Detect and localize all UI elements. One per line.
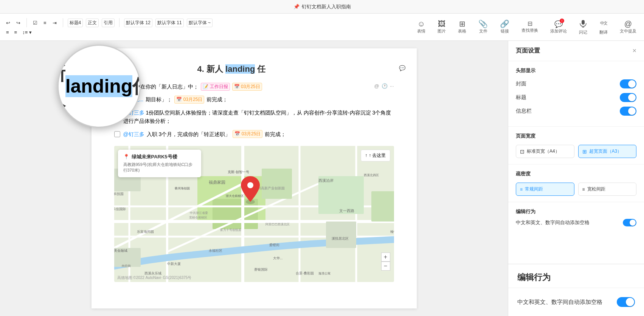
link-label: 链接 bbox=[501, 28, 509, 34]
svg-text:福鼎家园: 福鼎家园 bbox=[209, 180, 225, 184]
zoom-in-button[interactable]: + bbox=[381, 252, 390, 262]
panel-edit-behavior-toggle[interactable] bbox=[623, 219, 636, 226]
svg-text:文一西路: 文一西路 bbox=[339, 209, 354, 213]
edit-behavior-toggle[interactable] bbox=[617, 297, 635, 307]
toolbar-table[interactable]: ⊞ 表格 bbox=[455, 19, 469, 36]
document-title: 钉钉文档新人入职指南 bbox=[302, 3, 351, 10]
mic-label: 闪记 bbox=[579, 29, 587, 35]
wide-spacing-option[interactable]: ≡ 宽松间距 bbox=[578, 183, 637, 196]
navigate-label: ↑ 去这里 bbox=[369, 152, 386, 159]
checkbox-button[interactable]: ☑ bbox=[31, 19, 39, 26]
undo-button[interactable]: ↩ bbox=[5, 19, 12, 26]
map-copyright: 高德地图 ©2022 AutoNavi· GS(2021)6375号 bbox=[117, 275, 192, 280]
toolbar-translate[interactable]: 中 文 翻译 bbox=[596, 18, 611, 37]
toolbar-mic[interactable]: 闪记 bbox=[576, 18, 590, 37]
head-display-section: 头部显示 封面 标题 信息栏 bbox=[508, 61, 644, 127]
toolbar-file[interactable]: 📎 文件 bbox=[475, 19, 491, 36]
text-style-selector[interactable]: 正文 bbox=[86, 19, 99, 27]
svg-rect-22 bbox=[326, 222, 356, 248]
svg-text:克斯·创智一号: 克斯·创智一号 bbox=[228, 170, 249, 174]
standard-width-option[interactable]: ⊡ 标准页宽（A4） bbox=[516, 145, 574, 158]
redo-button[interactable]: ↪ bbox=[15, 19, 22, 26]
cover-toggle[interactable] bbox=[620, 79, 636, 88]
toolbar-image[interactable]: 🖼 图片 bbox=[435, 19, 449, 36]
svg-text:爱橙街: 爱橙街 bbox=[269, 243, 279, 247]
toolbar-add-comment[interactable]: 💬 ! 添加评论 bbox=[547, 19, 570, 36]
line-spacing-button[interactable]: ↕≡ ▾ bbox=[21, 29, 33, 36]
file-icon: 📎 bbox=[478, 20, 488, 28]
font-size-1[interactable]: 默认字体 12 bbox=[124, 19, 152, 27]
edit-behavior-popup-title: 编辑行为 bbox=[508, 264, 644, 288]
standard-width-label: 标准页宽（A4） bbox=[527, 148, 560, 155]
toolbar-separator-3 bbox=[119, 18, 119, 27]
infobar-toggle[interactable] bbox=[620, 107, 636, 116]
wide-width-label: 超宽页面（A3） bbox=[589, 148, 622, 155]
section-comment-icon[interactable]: 💬 bbox=[399, 65, 405, 71]
wide-spacing-icon: ≡ bbox=[582, 187, 585, 192]
document-page: 新人 landing 任 4. 新人 landing 任 💬 @钉... 在你的… bbox=[92, 48, 417, 308]
magnifier-overlay: 新人 landing 任 bbox=[57, 45, 141, 128]
svg-text:恒生科技园: 恒生科技园 bbox=[114, 192, 124, 196]
font-size-2[interactable]: 默认字体 11 bbox=[155, 19, 184, 27]
toolbar-find-replace[interactable]: ⊟ 查找替换 bbox=[518, 19, 541, 35]
todo-list: @钉... 在你的「新人日志」中； 📝 工作日报 📅 03月25日 @ 🕐 ··… bbox=[114, 82, 394, 138]
right-panel: 页面设置 × 头部显示 封面 标题 信息栏 bbox=[508, 41, 644, 316]
strikethrough-button[interactable]: ≡ bbox=[42, 19, 48, 26]
link-icon: 🔗 bbox=[500, 20, 509, 28]
svg-text:大华...: 大华... bbox=[273, 256, 283, 260]
emoji-icon: ☺ bbox=[417, 20, 425, 28]
indent-right-button[interactable]: ⇥ bbox=[51, 19, 58, 26]
svg-text:西溪泊岸: 西溪泊岸 bbox=[318, 178, 334, 183]
svg-rect-23 bbox=[371, 191, 394, 222]
toolbar-align-row: ≡ ≡ ↕≡ ▾ bbox=[5, 29, 213, 36]
main-area: 新人 landing 任 4. 新人 landing 任 💬 @钉... 在你的… bbox=[0, 41, 644, 316]
font-size-3[interactable]: 默认字体 ~ bbox=[187, 19, 213, 27]
panel-close-button[interactable]: × bbox=[632, 47, 636, 55]
find-replace-icon: ⊟ bbox=[528, 21, 532, 27]
svg-text:翰悦酒店: 翰悦酒店 bbox=[390, 230, 394, 234]
quote-style-selector[interactable]: 引用 bbox=[102, 19, 115, 27]
panel-edit-behavior: 编辑行为 中文和英文、数字间自动添加空格 bbox=[508, 202, 644, 232]
wide-spacing-label: 宽松间距 bbox=[587, 186, 605, 192]
wide-width-option[interactable]: ⊞ 超宽页面（A3） bbox=[578, 145, 637, 158]
cover-label: 封面 bbox=[516, 81, 526, 87]
svg-text:赛银国际: 赛银国际 bbox=[254, 268, 268, 271]
align-left-button[interactable]: ≡ bbox=[5, 29, 11, 36]
date-tag-1: 📅 03月25日 bbox=[232, 83, 262, 91]
translate-icon: 中 文 bbox=[599, 19, 608, 29]
svg-text:浙大仓前校区: 浙大仓前校区 bbox=[226, 194, 244, 198]
section-heading: 4. 新人 landing 任 💬 bbox=[114, 64, 394, 75]
align-center-button[interactable]: ≡ bbox=[13, 29, 19, 36]
svg-text:中共浙江省委: 中共浙江省委 bbox=[190, 211, 208, 215]
navigate-button[interactable]: ↑ ↑ 去这里 bbox=[361, 150, 390, 161]
heading-toggle-knob bbox=[628, 94, 636, 101]
svg-rect-20 bbox=[262, 169, 292, 199]
svg-text:西溪永乐城: 西溪永乐城 bbox=[144, 271, 161, 275]
cover-toggle-knob bbox=[628, 80, 636, 88]
panel-title: 页面设置 bbox=[516, 47, 540, 55]
navigate-icon: ↑ bbox=[365, 153, 367, 158]
svg-text:欧美金融城: 欧美金融城 bbox=[114, 249, 127, 252]
row-actions-1: @ 🕐 ··· bbox=[374, 82, 394, 90]
list-item: @钉三多 1份团队空间新人体验报告；请深度走查「钉钉文档团队空间」，从 内容创作… bbox=[114, 108, 394, 125]
map-info-box: 📍 绿城未来PARK5号楼 高教路959号(杭师大仓前地铁站C口步行370米) bbox=[118, 150, 201, 177]
location-pin-icon: 📍 bbox=[123, 154, 129, 160]
add-comment-icon: 💬 ! bbox=[554, 20, 563, 28]
toolbar-link[interactable]: 🔗 链接 bbox=[497, 19, 512, 36]
heading-row: 标题 bbox=[516, 93, 636, 102]
normal-spacing-label: 常规间距 bbox=[525, 186, 543, 192]
zoom-out-button[interactable]: − bbox=[381, 262, 390, 271]
normal-spacing-option[interactable]: ≡ 常规间距 bbox=[516, 183, 574, 196]
mention-icon: @ bbox=[624, 20, 632, 28]
heading-style-selector[interactable]: 标题4 bbox=[68, 19, 83, 27]
todo-checkbox-4[interactable] bbox=[114, 131, 120, 137]
map-zoom-controls: + − bbox=[381, 252, 390, 271]
toolbar: ↩ ↪ ☑ ≡ ⇥ 标题4 正文 引用 默认字体 12 默认字体 11 默认字体… bbox=[0, 14, 644, 41]
map-container: 福鼎家园 西溪泊岸 文一西路 溪悦居北区 翰悦酒店 乐富海邦园 欧美金融城 向往… bbox=[114, 146, 394, 282]
heading-toggle[interactable] bbox=[620, 93, 636, 102]
mention-label: 文中提及 bbox=[620, 28, 636, 34]
density-section: 疏密度 ≡ 常规间距 ≡ 宽松间距 bbox=[508, 164, 644, 202]
toolbar-emoji[interactable]: ☺ 表情 bbox=[414, 19, 428, 36]
panel-edit-behavior-title: 编辑行为 bbox=[516, 208, 636, 215]
toolbar-mention[interactable]: @ 文中提及 bbox=[617, 19, 639, 36]
